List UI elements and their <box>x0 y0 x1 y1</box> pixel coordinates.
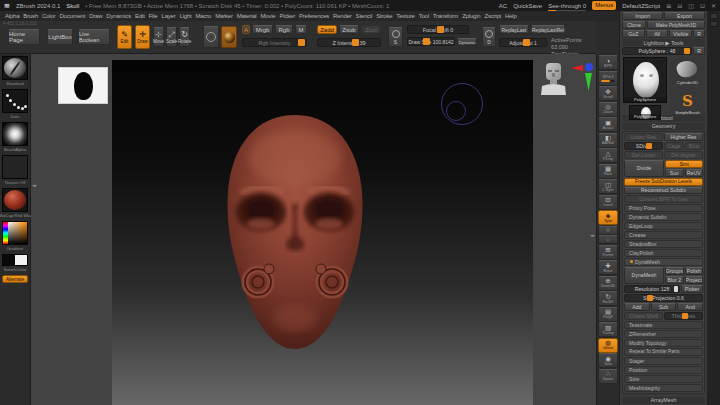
cage-button[interactable]: Cage <box>664 142 684 150</box>
quicksave-button[interactable]: QuickSave <box>513 3 542 9</box>
menu-item-render[interactable]: Render <box>333 13 351 19</box>
goz-button[interactable]: GoZ <box>622 30 645 38</box>
ghost-button[interactable]: ◍ Ghost <box>598 338 618 353</box>
replay-last-rel-button[interactable]: ReplayLastRel <box>531 25 565 34</box>
menu-item-transform[interactable]: Transform <box>433 13 458 19</box>
menu-item-marker[interactable]: Marker <box>215 13 232 19</box>
menu-item-layer[interactable]: Layer <box>162 13 176 19</box>
aahalf-button[interactable]: ◧ AAHalf <box>598 133 618 148</box>
zoom-button[interactable]: ◎ Zoom <box>598 102 618 117</box>
lightbox-tools-bar[interactable]: Lightbox ▶ Tools <box>622 39 705 46</box>
import-button[interactable]: Import <box>622 12 663 20</box>
tool-inventory-slider[interactable]: PolySphere : 48 <box>622 47 692 55</box>
dynamesh-picker-button[interactable]: Picker <box>681 285 703 293</box>
tool-slider-handle[interactable] <box>684 48 690 54</box>
m-button[interactable]: M <box>295 25 307 34</box>
material-sphere-button[interactable] <box>221 26 237 48</box>
zsub-button[interactable]: Zsub <box>339 25 359 34</box>
toggle-button-2[interactable]: ◦ <box>598 235 618 244</box>
repeat-similar-section[interactable]: Repeat To Similar Parts <box>624 348 703 356</box>
freeze-subdivision-button[interactable]: Freeze SubDivision Levels <box>624 178 703 186</box>
dynamesh-project-toggle[interactable]: Project <box>685 276 704 284</box>
focal-shift-slider[interactable]: Focal Shift 0 <box>407 25 469 34</box>
menu-item-file[interactable]: File <box>149 13 158 19</box>
stroke-picker-button[interactable]: S <box>388 27 403 47</box>
alternate-button[interactable]: Alternate <box>2 275 28 283</box>
replay-last-button[interactable]: ReplayLast <box>499 25 529 34</box>
polyf-button[interactable]: ▤ PolyF <box>598 307 618 322</box>
sdiv-slider[interactable]: SDiv 1 <box>624 142 663 150</box>
move3d-button[interactable]: ✚ Move <box>598 260 618 275</box>
rgb-intensity-slider[interactable]: Rgb Intensity <box>242 38 307 47</box>
draw-size-slider[interactable]: Draw Size 100.8142 <box>407 37 455 46</box>
menu-item-material[interactable]: Material <box>237 13 257 19</box>
menu-item-help[interactable]: Help <box>505 13 517 19</box>
dynamic-subdiv-section[interactable]: Dynamic Subdiv <box>624 213 703 221</box>
persp-button[interactable]: △ Persp <box>598 148 618 163</box>
size-section[interactable]: Size <box>624 375 703 383</box>
dynamesh-resolution-slider[interactable]: Resolution 128 <box>624 285 680 293</box>
goz-visible-button[interactable]: Visible <box>669 30 692 38</box>
draw-mode-button[interactable]: ✛ Draw <box>135 25 150 49</box>
color-picker[interactable]: Gradient <box>2 221 28 251</box>
thickness-handle[interactable] <box>682 313 688 319</box>
rgb-button[interactable]: Rgb <box>275 25 293 34</box>
color-picker-icon[interactable] <box>3 222 27 244</box>
current-texture[interactable]: Texture Off <box>2 155 28 185</box>
dynamic-mode-button[interactable]: Dynamic <box>457 38 477 46</box>
camview-head[interactable] <box>540 62 567 96</box>
del-lower-button[interactable]: Del Lower <box>624 151 663 159</box>
solo-button[interactable]: ◉ Solo <box>598 353 618 368</box>
goz-all-button[interactable]: All <box>646 30 669 38</box>
skull-model[interactable] <box>211 112 379 352</box>
dynamesh-sub-toggle[interactable]: Sub <box>651 303 677 311</box>
frame-button[interactable]: ⊞ Frame <box>598 245 618 260</box>
adjust-last-handle[interactable] <box>523 39 530 46</box>
current-material[interactable]: MatCap Red Wax <box>2 188 28 218</box>
stager-section[interactable]: Stager <box>624 357 703 365</box>
adjust-last-slider[interactable]: AdjustLast 1 <box>499 38 547 47</box>
higher-res-button[interactable]: Higher Res <box>664 133 703 141</box>
menu-item-stroke[interactable]: Stroke <box>376 13 392 19</box>
resolution-handle[interactable] <box>674 286 678 292</box>
menu-item-zplugin[interactable]: Zplugin <box>462 13 480 19</box>
see-through-slider[interactable]: See-through 0 <box>548 3 586 9</box>
clone-button[interactable]: Clone <box>622 21 646 29</box>
menu-item-zscript[interactable]: Zscript <box>484 13 501 19</box>
floor-button[interactable]: ▦ Floor <box>598 164 618 179</box>
thickness-slider[interactable]: Thickness <box>664 312 703 320</box>
menu-item-macro[interactable]: Macro <box>196 13 212 19</box>
lightbox-button[interactable]: LightBox <box>47 29 73 45</box>
menu-item-draw[interactable]: Draw <box>89 13 102 19</box>
menu-item-light[interactable]: Light <box>180 13 192 19</box>
dynamesh-polish-toggle[interactable]: Polish <box>685 267 704 275</box>
palette-icon[interactable]: ◫ <box>688 2 694 9</box>
create-shell-button[interactable]: Create Shell <box>624 312 663 320</box>
left-tray-grip[interactable]: ◂▸ <box>32 182 37 188</box>
menu-item-picker[interactable]: Picker <box>279 13 294 19</box>
export-button[interactable]: Export <box>664 12 705 20</box>
toggle-button-1[interactable]: ○ <box>598 226 618 235</box>
anchor-a-button[interactable]: A <box>242 25 250 34</box>
reuv-button[interactable]: ReUV <box>685 169 704 177</box>
switch-color[interactable]: SwitchColor <box>2 254 28 272</box>
current-brush[interactable]: Standard <box>2 56 28 86</box>
subprojection-handle[interactable] <box>647 295 653 301</box>
dock-chip-1[interactable] <box>710 13 718 19</box>
simplebrush-tool[interactable]: S SimpleBrush <box>670 87 705 115</box>
rcst-button[interactable]: Rcst <box>685 142 703 150</box>
convert-bpr-button[interactable]: Convert BPR To Geo <box>624 195 703 203</box>
scale-mode-button[interactable]: ⤢ Scale <box>166 27 177 47</box>
menu-item-dynamics[interactable]: Dynamics <box>106 13 131 19</box>
menu-item-brush[interactable]: Brush <box>23 13 38 19</box>
rgb-intensity-handle[interactable] <box>298 39 305 46</box>
zremesher-section[interactable]: ZRemesher <box>624 330 703 338</box>
menu-item-stencil[interactable]: Stencil <box>356 13 373 19</box>
dynamesh-add-toggle[interactable]: Add <box>624 303 650 311</box>
scroll-button[interactable]: ✥ Scroll <box>598 86 618 101</box>
local-button[interactable]: ⊡ Local <box>598 195 618 210</box>
claypolish-section[interactable]: ClayPolish <box>624 249 703 257</box>
actual-button[interactable]: ▣ Actual <box>598 117 618 132</box>
meshintegrity-section[interactable]: MeshIntegrity <box>624 384 703 392</box>
proxy-pose-section[interactable]: Proxy Pose <box>624 204 703 212</box>
